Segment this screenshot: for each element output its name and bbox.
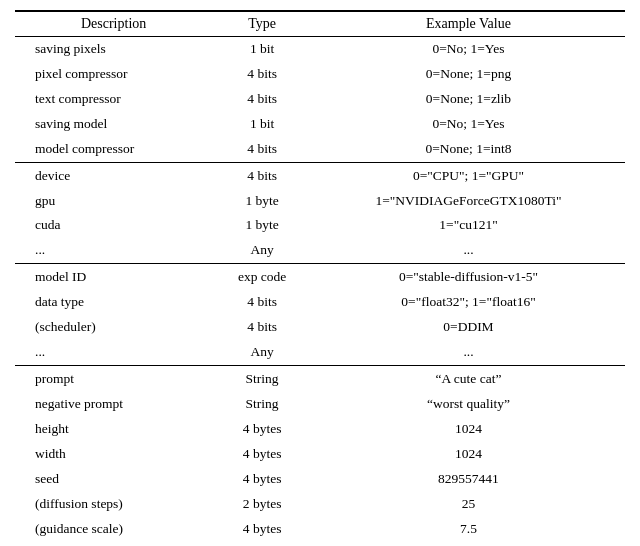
cell-description: device [15, 162, 212, 188]
cell-example: 25 [312, 492, 625, 517]
cell-example: 0=None; 1=zlib [312, 87, 625, 112]
cell-example: 0="stable-diffusion-v1-5" [312, 264, 625, 290]
cell-example: 1="NVIDIAGeForceGTX1080Ti" [312, 189, 625, 214]
cell-example: ... [312, 238, 625, 263]
cell-description: (diffusion steps) [15, 492, 212, 517]
table-row: model compressor4 bits0=None; 1=int8 [15, 137, 625, 162]
col-header-type: Type [212, 11, 312, 37]
cell-description: (guidance scale) [15, 517, 212, 542]
cell-description: ... [15, 238, 212, 263]
cell-description: model compressor [15, 137, 212, 162]
col-header-description: Description [15, 11, 212, 37]
data-table: Description Type Example Value saving pi… [15, 10, 625, 546]
cell-type: exp code [212, 264, 312, 290]
table-row: gpu1 byte1="NVIDIAGeForceGTX1080Ti" [15, 189, 625, 214]
table-row: text compressor4 bits0=None; 1=zlib [15, 87, 625, 112]
cell-description: cuda [15, 213, 212, 238]
cell-type: 4 bits [212, 62, 312, 87]
cell-example: 1024 [312, 417, 625, 442]
cell-description: saving pixels [15, 37, 212, 62]
cell-description: width [15, 442, 212, 467]
cell-example: 1024 [312, 442, 625, 467]
cell-type: 1 bit [212, 112, 312, 137]
table-row: data type4 bits0="float32"; 1="float16" [15, 290, 625, 315]
cell-example: 0="float32"; 1="float16" [312, 290, 625, 315]
cell-description: gpu [15, 189, 212, 214]
cell-type: 4 bytes [212, 517, 312, 542]
table-row: ...Any... [15, 541, 625, 546]
cell-type: 1 bit [212, 37, 312, 62]
cell-description: (scheduler) [15, 315, 212, 340]
cell-example: 7.5 [312, 517, 625, 542]
cell-type: 4 bytes [212, 467, 312, 492]
table-row: ...Any... [15, 238, 625, 263]
cell-type: 2 bytes [212, 492, 312, 517]
cell-type: 4 bits [212, 162, 312, 188]
cell-type: 4 bits [212, 315, 312, 340]
cell-example: ... [312, 541, 625, 546]
cell-description: ... [15, 340, 212, 365]
table-row: cuda1 byte1="cu121" [15, 213, 625, 238]
cell-description: negative prompt [15, 392, 212, 417]
cell-description: text compressor [15, 87, 212, 112]
main-table-wrapper: Description Type Example Value saving pi… [15, 10, 625, 546]
cell-type: Any [212, 340, 312, 365]
cell-example: “worst quality” [312, 392, 625, 417]
cell-description: ... [15, 541, 212, 546]
table-header-row: Description Type Example Value [15, 11, 625, 37]
cell-example: 1="cu121" [312, 213, 625, 238]
table-row: width4 bytes1024 [15, 442, 625, 467]
table-row: device4 bits0="CPU"; 1="GPU" [15, 162, 625, 188]
cell-description: pixel compressor [15, 62, 212, 87]
col-header-example: Example Value [312, 11, 625, 37]
table-row: pixel compressor4 bits0=None; 1=png [15, 62, 625, 87]
table-row: (diffusion steps)2 bytes25 [15, 492, 625, 517]
cell-example: 829557441 [312, 467, 625, 492]
cell-type: 4 bits [212, 290, 312, 315]
cell-type: Any [212, 541, 312, 546]
cell-description: seed [15, 467, 212, 492]
cell-type: 4 bytes [212, 442, 312, 467]
cell-example: 0=No; 1=Yes [312, 37, 625, 62]
cell-example: ... [312, 340, 625, 365]
cell-description: prompt [15, 365, 212, 391]
cell-example: “A cute cat” [312, 365, 625, 391]
cell-example: 0=DDIM [312, 315, 625, 340]
cell-description: data type [15, 290, 212, 315]
table-row: seed4 bytes829557441 [15, 467, 625, 492]
cell-description: saving model [15, 112, 212, 137]
cell-example: 0=None; 1=png [312, 62, 625, 87]
cell-type: 4 bits [212, 137, 312, 162]
cell-type: String [212, 392, 312, 417]
table-row: model IDexp code0="stable-diffusion-v1-5… [15, 264, 625, 290]
table-row: ...Any... [15, 340, 625, 365]
cell-description: height [15, 417, 212, 442]
cell-type: Any [212, 238, 312, 263]
cell-type: String [212, 365, 312, 391]
table-row: promptString“A cute cat” [15, 365, 625, 391]
cell-description: model ID [15, 264, 212, 290]
table-row: saving model1 bit0=No; 1=Yes [15, 112, 625, 137]
table-row: (guidance scale)4 bytes7.5 [15, 517, 625, 542]
cell-example: 0=None; 1=int8 [312, 137, 625, 162]
cell-type: 1 byte [212, 213, 312, 238]
cell-type: 1 byte [212, 189, 312, 214]
cell-type: 4 bytes [212, 417, 312, 442]
cell-example: 0="CPU"; 1="GPU" [312, 162, 625, 188]
table-row: height4 bytes1024 [15, 417, 625, 442]
table-row: saving pixels1 bit0=No; 1=Yes [15, 37, 625, 62]
cell-example: 0=No; 1=Yes [312, 112, 625, 137]
table-row: (scheduler)4 bits0=DDIM [15, 315, 625, 340]
table-row: negative promptString“worst quality” [15, 392, 625, 417]
cell-type: 4 bits [212, 87, 312, 112]
